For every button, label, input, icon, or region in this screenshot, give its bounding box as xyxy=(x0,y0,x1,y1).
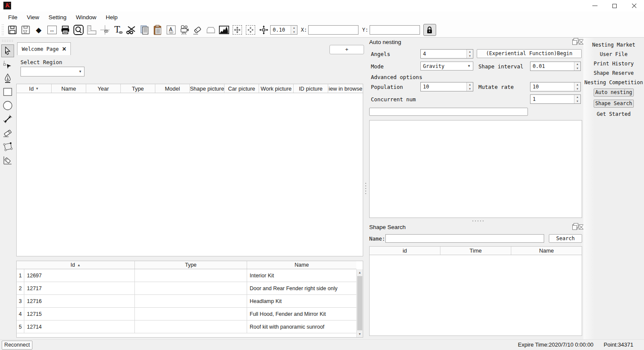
col-view-in-browser[interactable]: iew in browse xyxy=(328,84,363,93)
shrink-button[interactable] xyxy=(244,24,257,36)
diamond-button[interactable]: ◆ xyxy=(32,24,45,36)
col-shape-picture[interactable]: Shape picture xyxy=(190,84,224,93)
col-model[interactable]: Model xyxy=(155,84,190,93)
knife-tool[interactable] xyxy=(1,126,14,139)
zoom-search-button[interactable] xyxy=(72,24,85,36)
nesting-result-list[interactable] xyxy=(369,120,582,218)
camera-button[interactable] xyxy=(178,24,191,36)
ss-col-id[interactable]: id xyxy=(370,247,440,255)
minimize-button[interactable] xyxy=(585,0,605,12)
col-name[interactable]: Name xyxy=(52,84,86,93)
sidebar-item-nesting-market[interactable]: Nesting Market xyxy=(592,42,635,48)
expand-button[interactable] xyxy=(230,24,244,36)
float-panel-icon[interactable] xyxy=(572,224,577,229)
menu-help[interactable]: Help xyxy=(101,13,122,22)
zoom-step-spinner[interactable]: 0.10 ▲▼ xyxy=(270,25,297,35)
angels-arrows[interactable]: ▲▼ xyxy=(466,50,473,58)
paste-button[interactable] xyxy=(151,24,164,36)
shape-search-table[interactable]: id Time Name xyxy=(369,246,582,336)
parts-table-scrollbar[interactable]: ▲ ▼ xyxy=(356,269,363,337)
col-id[interactable]: Id▼ xyxy=(17,84,52,93)
maximize-button[interactable] xyxy=(605,0,624,12)
add-tab-button[interactable]: + xyxy=(329,45,364,54)
table-row[interactable]: 4 12715 Full Hood, Fender and Mirror Kit xyxy=(17,308,356,321)
select-region-dropdown[interactable]: ▼ xyxy=(20,67,85,76)
table-row[interactable]: 2 12717 Door and Rear Fender right side … xyxy=(17,282,356,295)
parts-table[interactable]: Id▲ Type Name 1 12697 Interior Kit 2 127… xyxy=(16,261,363,338)
experiential-begin-button[interactable]: (Experiential Function)Begin xyxy=(477,49,582,58)
rectangle-tool[interactable] xyxy=(1,85,14,98)
copy-button[interactable] xyxy=(138,24,151,36)
ellipse-tool[interactable] xyxy=(1,99,14,112)
tray-button[interactable] xyxy=(204,24,217,36)
crosshair-eye-button[interactable] xyxy=(98,24,111,36)
tab-close-icon[interactable]: × xyxy=(62,47,66,52)
histogram-button[interactable] xyxy=(217,24,230,36)
resize-diagonal-tool[interactable] xyxy=(1,113,14,126)
mutate-rate-arrows[interactable]: ▲▼ xyxy=(574,82,580,91)
mutate-rate-spinner[interactable]: 10 ▲▼ xyxy=(530,82,581,91)
ss-col-time[interactable]: Time xyxy=(440,247,511,255)
horizontal-splitter[interactable] xyxy=(472,221,473,221)
toolbox-grip[interactable] xyxy=(2,39,13,42)
ruler-button[interactable] xyxy=(85,24,98,36)
close-button[interactable] xyxy=(624,0,644,12)
concurrent-num-spinner[interactable]: 1 ▲▼ xyxy=(530,94,581,104)
parts-col-id[interactable]: Id▲ xyxy=(17,261,135,269)
select-tool[interactable] xyxy=(1,44,14,57)
polygon-tool[interactable] xyxy=(1,140,14,153)
menu-file[interactable]: File xyxy=(3,13,22,22)
scroll-up-icon[interactable]: ▲ xyxy=(357,269,363,276)
sidebar-auto-nesting-button[interactable]: Auto nesting xyxy=(594,88,634,97)
shape-search-button[interactable]: Search xyxy=(549,234,582,243)
nesting-progress-field[interactable] xyxy=(369,108,528,116)
population-spinner[interactable]: 10 ▲▼ xyxy=(420,82,473,91)
col-type[interactable]: Type xyxy=(121,84,155,93)
text-tool-button[interactable]: T xyxy=(111,24,125,36)
sidebar-shape-search-button[interactable]: Shape Search xyxy=(594,100,634,108)
shape-interval-arrows[interactable]: ▲▼ xyxy=(574,62,580,71)
table-row[interactable]: 5 12714 Roof kit with panoramic sunroof xyxy=(17,321,356,333)
col-work-picture[interactable]: Work picture xyxy=(259,84,294,93)
parts-col-type[interactable]: Type xyxy=(135,261,247,269)
table-row[interactable]: 3 12716 Headlamp Kit xyxy=(17,295,356,308)
node-edit-tool[interactable] xyxy=(1,58,14,71)
reconnect-button[interactable]: Reconnect xyxy=(2,341,32,350)
menu-view[interactable]: View xyxy=(22,13,44,22)
scroll-down-icon[interactable]: ▼ xyxy=(357,331,363,337)
vertical-splitter[interactable] xyxy=(364,38,367,339)
save-button[interactable] xyxy=(6,24,19,36)
tab-welcome-page[interactable]: Welcome Page × xyxy=(17,42,71,55)
col-year[interactable]: Year xyxy=(86,84,121,93)
lock-button[interactable] xyxy=(423,24,436,36)
y-coordinate-input[interactable] xyxy=(370,25,420,35)
x-coordinate-input[interactable] xyxy=(308,25,358,35)
ss-col-name[interactable]: Name xyxy=(511,247,582,255)
toolbar-grip[interactable] xyxy=(1,24,4,35)
concurrent-num-arrows[interactable]: ▲▼ xyxy=(574,95,580,103)
scissors-button[interactable] xyxy=(125,24,138,36)
advanced-options-label[interactable]: Advanced options xyxy=(371,74,422,80)
sidebar-item-nesting-competition[interactable]: Nesting Competition xyxy=(584,79,643,85)
sidebar-item-shape-reserve[interactable]: Shape Reserve xyxy=(594,70,634,76)
sidebar-item-print-history[interactable]: Print History xyxy=(594,61,634,67)
font-format-button[interactable]: A xyxy=(164,24,178,36)
parts-col-name[interactable]: Name xyxy=(247,261,356,269)
sidebar-item-get-started[interactable]: Get Started xyxy=(597,111,630,117)
scrollbar-thumb[interactable] xyxy=(357,276,362,330)
pen-tool[interactable] xyxy=(1,72,14,85)
population-arrows[interactable]: ▲▼ xyxy=(466,82,473,91)
horizontal-resize-button[interactable]: ↔ xyxy=(45,24,58,36)
print-button[interactable] xyxy=(58,24,72,36)
menu-setting[interactable]: Setting xyxy=(44,13,71,22)
table-row[interactable]: 1 12697 Interior Kit xyxy=(17,269,356,282)
menu-window[interactable]: Window xyxy=(71,13,101,22)
angle-measure-tool[interactable] xyxy=(1,154,14,167)
eraser-button[interactable] xyxy=(191,24,204,36)
col-id-picture[interactable]: ID picture xyxy=(294,84,328,93)
mode-dropdown[interactable]: Gravity ▼ xyxy=(420,62,473,71)
move-button[interactable] xyxy=(257,24,270,36)
col-car-picture[interactable]: Car picture xyxy=(224,84,259,93)
angels-spinner[interactable]: 4 ▲▼ xyxy=(420,49,473,59)
shape-interval-spinner[interactable]: 0.01 ▲▼ xyxy=(530,62,581,71)
